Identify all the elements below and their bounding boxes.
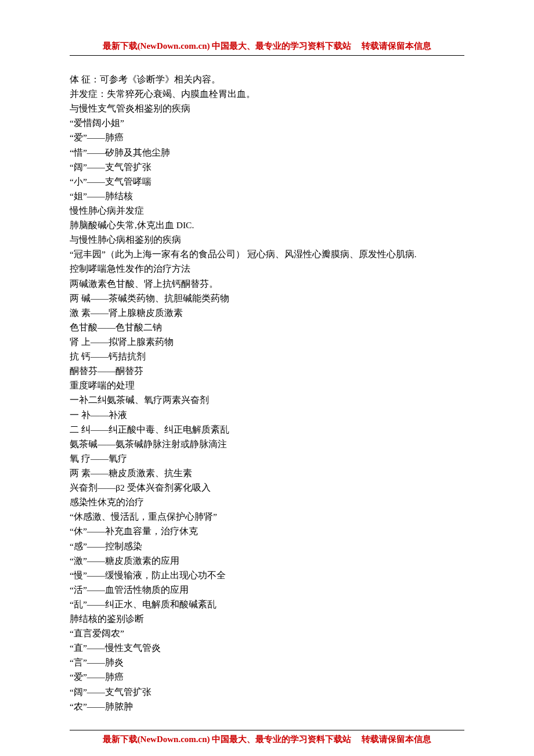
body-line: 并发症：失常猝死心衰竭、内膜血栓胃出血。 <box>70 87 464 101</box>
body-line: 一 补——补液 <box>70 408 464 422</box>
body-line: 感染性休克的治疗 <box>70 495 464 509</box>
body-line: “休”——补充血容量，治疗休克 <box>70 524 464 538</box>
body-line: 激 素——肾上腺糖皮质激素 <box>70 305 464 320</box>
body-line: 两碱激素色甘酸、肾上抗钙酮替芬。 <box>70 276 464 291</box>
body-line: “爱”——肺癌 <box>70 669 464 684</box>
body-line: “休感激、慢活乱，重点保护心肺肾” <box>70 509 464 524</box>
body-line: “冠丰园”（此为上海一家有名的食品公司） 冠心病、风湿性心瓣膜病、原发性心肌病. <box>70 247 464 261</box>
document-page: 最新下载(NewDown.com.cn) 中国最大、最专业的学习资料下载站转载请… <box>0 0 534 756</box>
body-line: 氨茶碱——氨茶碱静脉注射或静脉滴注 <box>70 437 464 451</box>
body-line: 色甘酸——色甘酸二钠 <box>70 320 464 334</box>
body-line: 两 素——糖皮质激素、抗生素 <box>70 466 464 480</box>
header-right: 转载请保留本信息 <box>362 41 431 51</box>
body-line: “直言爱阔农” <box>70 626 464 640</box>
body-line: “直”——慢性支气管炎 <box>70 640 464 655</box>
body-line: “乱”——纠正水、电解质和酸碱紊乱 <box>70 597 464 611</box>
page-footer: 最新下载(NewDown.com.cn) 中国最大、最专业的学习资料下载站转载请… <box>70 730 464 745</box>
body-line: “言”——肺炎 <box>70 655 464 669</box>
body-line: 抗 钙——钙拮抗剂 <box>70 349 464 363</box>
document-body: 体 征：可参考《诊断学》相关内容。 并发症：失常猝死心衰竭、内膜血栓胃出血。 与… <box>70 72 464 714</box>
body-line: “激”——糖皮质激素的应用 <box>70 553 464 568</box>
body-line: 兴奋剂——β2 受体兴奋剂雾化吸入 <box>70 480 464 495</box>
body-line: “小”——支气管哮喘 <box>70 174 464 189</box>
body-line: 肾 上——拟肾上腺素药物 <box>70 334 464 349</box>
body-line: “农”——肺脓肿 <box>70 699 464 714</box>
body-line: “感”——控制感染 <box>70 539 464 553</box>
body-line: “姐”——肺结核 <box>70 189 464 203</box>
footer-left: 最新下载(NewDown.com.cn) 中国最大、最专业的学习资料下载站 <box>103 735 352 744</box>
body-line: “爱惜阔小姐” <box>70 116 464 130</box>
body-line: 慢性肺心病并发症 <box>70 203 464 218</box>
body-line: “惜”——矽肺及其他尘肺 <box>70 145 464 160</box>
body-line: “活”——血管活性物质的应用 <box>70 582 464 597</box>
body-line: 体 征：可参考《诊断学》相关内容。 <box>70 72 464 87</box>
body-line: 两 碱——茶碱类药物、抗胆碱能类药物 <box>70 291 464 305</box>
body-line: 酮替芬——酮替芬 <box>70 363 464 378</box>
page-header: 最新下载(NewDown.com.cn) 中国最大、最专业的学习资料下载站转载请… <box>70 41 464 56</box>
body-line: 肺结核的鉴别诊断 <box>70 611 464 626</box>
body-line: 一补二纠氨茶碱、氧疗两素兴奋剂 <box>70 393 464 407</box>
body-line: “爱”——肺癌 <box>70 130 464 145</box>
header-left: 最新下载(NewDown.com.cn) 中国最大、最专业的学习资料下载站 <box>103 41 352 51</box>
body-line: 二 纠——纠正酸中毒、纠正电解质紊乱 <box>70 422 464 437</box>
body-line: 与慢性支气管炎相鉴别的疾病 <box>70 101 464 116</box>
body-line: “阔”——支气管扩张 <box>70 160 464 174</box>
body-line: 与慢性肺心病相鉴别的疾病 <box>70 232 464 247</box>
body-line: 重度哮喘的处理 <box>70 378 464 393</box>
body-line: “慢”——缓慢输液，防止出现心功不全 <box>70 568 464 582</box>
body-line: 氧 疗——氧疗 <box>70 451 464 466</box>
body-line: “阔”——支气管扩张 <box>70 685 464 699</box>
body-line: 肺脑酸碱心失常,休克出血 DIC. <box>70 218 464 232</box>
body-line: 控制哮喘急性发作的治疗方法 <box>70 261 464 276</box>
footer-right: 转载请保留本信息 <box>362 735 431 744</box>
